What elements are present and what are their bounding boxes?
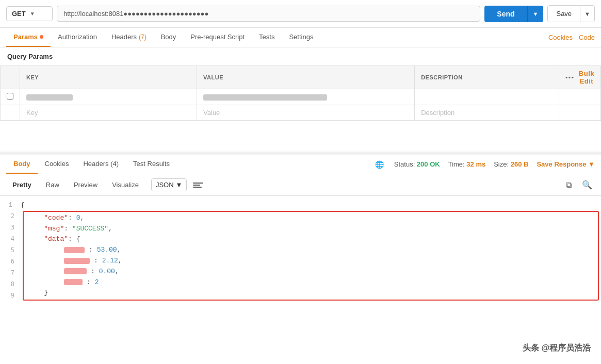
response-tab-cookies-label: Cookies bbox=[45, 160, 69, 168]
row2-value[interactable]: Value bbox=[197, 105, 415, 121]
response-tab-headers-label: Headers (4) bbox=[83, 160, 119, 168]
format-tab-pretty[interactable]: Pretty bbox=[6, 178, 38, 191]
status-label: Status: 200 OK bbox=[394, 160, 440, 168]
query-params-title: Query Params bbox=[0, 47, 601, 65]
save-response-button[interactable]: Save Response ▼ bbox=[537, 160, 595, 168]
globe-icon: 🌐 bbox=[375, 160, 384, 169]
line-content-7: : 0.00, bbox=[28, 267, 594, 277]
line-num-1: 1 bbox=[0, 200, 21, 210]
json-format-selector[interactable]: JSON ▼ bbox=[151, 178, 187, 191]
row2-key-placeholder: Key bbox=[26, 109, 38, 117]
blurred-key-5 bbox=[64, 247, 85, 253]
wrap-lines-icon bbox=[193, 181, 203, 189]
row2-desc[interactable]: Description bbox=[415, 105, 559, 121]
tabs-right-links: Cookies Code bbox=[548, 34, 595, 41]
row1-checkbox-cell bbox=[1, 89, 20, 105]
tab-authorization[interactable]: Authorization bbox=[51, 28, 104, 47]
tab-params[interactable]: Params bbox=[6, 28, 51, 47]
send-dropdown-button[interactable]: ▼ bbox=[527, 6, 544, 22]
code-line-3: "msg": "SUCCESS", bbox=[24, 224, 598, 235]
response-tab-test-results-label: Test Results bbox=[133, 160, 170, 168]
top-bar: GET ▼ Send ▼ Save ▼ bbox=[0, 0, 601, 28]
row2-desc-placeholder: Description bbox=[421, 109, 454, 117]
spacer bbox=[0, 121, 601, 152]
row1-action bbox=[559, 89, 601, 105]
row1-checkbox[interactable] bbox=[7, 93, 13, 100]
tab-settings-label: Settings bbox=[289, 33, 313, 41]
tab-authorization-label: Authorization bbox=[58, 33, 97, 41]
response-tab-body[interactable]: Body bbox=[6, 155, 38, 174]
response-tabs-bar: Body Cookies Headers (4) Test Results 🌐 … bbox=[0, 155, 601, 174]
method-select[interactable]: GET ▼ bbox=[6, 6, 53, 21]
more-options-icon[interactable]: ••• bbox=[565, 74, 575, 80]
tab-settings[interactable]: Settings bbox=[282, 28, 320, 47]
bulk-edit-link[interactable]: Bulk Edit bbox=[579, 70, 594, 85]
blurred-key-6 bbox=[64, 258, 90, 264]
format-tab-visualize[interactable]: Visualize bbox=[106, 178, 145, 191]
format-tab-preview[interactable]: Preview bbox=[68, 178, 104, 191]
code-link[interactable]: Code bbox=[579, 34, 595, 41]
tab-body[interactable]: Body bbox=[154, 28, 184, 47]
tab-prerequest[interactable]: Pre-request Script bbox=[183, 28, 252, 47]
response-status-bar: 🌐 Status: 200 OK Time: 32 ms Size: 260 B… bbox=[375, 160, 595, 169]
json-chevron-icon: ▼ bbox=[176, 181, 183, 189]
tab-headers[interactable]: Headers (7) bbox=[104, 28, 154, 47]
code-line-6: : 2.12, bbox=[24, 256, 598, 267]
response-tab-headers[interactable]: Headers (4) bbox=[76, 155, 126, 174]
tab-params-label: Params bbox=[13, 33, 38, 41]
tab-headers-label: Headers bbox=[111, 33, 137, 41]
url-input[interactable] bbox=[57, 6, 480, 22]
row1-desc bbox=[415, 89, 559, 105]
line-nums-overlay: 2 3 4 5 6 7 8 9 bbox=[0, 211, 23, 302]
save-button[interactable]: Save bbox=[548, 6, 580, 22]
search-icon[interactable]: 🔍 bbox=[579, 178, 595, 191]
send-button[interactable]: Send bbox=[484, 6, 527, 22]
response-tab-test-results[interactable]: Test Results bbox=[126, 155, 177, 174]
th-checkbox bbox=[1, 66, 20, 89]
code-line-1: 1 { bbox=[0, 200, 601, 211]
method-label: GET bbox=[12, 10, 26, 18]
headers-badge: (7) bbox=[139, 34, 147, 41]
blurred-key-7 bbox=[64, 268, 87, 274]
row1-key[interactable] bbox=[20, 89, 197, 105]
format-bar: Pretty Raw Preview Visualize JSON ▼ ⧉ 🔍 bbox=[0, 174, 601, 196]
cookies-link[interactable]: Cookies bbox=[548, 34, 573, 41]
th-actions: ••• Bulk Edit bbox=[559, 66, 601, 89]
row2-action bbox=[559, 105, 601, 121]
code-line-7: : 0.00, bbox=[24, 267, 598, 277]
save-dropdown-button[interactable]: ▼ bbox=[580, 6, 594, 22]
response-tab-cookies[interactable]: Cookies bbox=[38, 155, 76, 174]
tab-tests[interactable]: Tests bbox=[252, 28, 282, 47]
highlighted-block-wrapper: "code": 0, "msg": "SUCCESS", "data": { bbox=[0, 211, 601, 301]
row2-value-placeholder: Value bbox=[203, 109, 220, 117]
response-tab-body-label: Body bbox=[13, 160, 30, 168]
json-format-label: JSON bbox=[156, 181, 174, 189]
highlighted-block: "code": 0, "msg": "SUCCESS", "data": { bbox=[23, 211, 599, 301]
save-btn-group: Save ▼ bbox=[547, 5, 595, 22]
table-row bbox=[1, 89, 601, 105]
row2-key[interactable]: Key bbox=[20, 105, 197, 121]
format-bar-right: ⧉ 🔍 bbox=[563, 178, 595, 191]
wrap-icon-btn[interactable] bbox=[193, 181, 203, 189]
send-btn-group: Send ▼ bbox=[484, 6, 543, 22]
size-value: 260 B bbox=[511, 160, 529, 168]
copy-icon[interactable]: ⧉ bbox=[563, 179, 574, 191]
time-label: Time: 32 ms bbox=[448, 160, 486, 168]
code-line-8: : 2 bbox=[24, 277, 598, 288]
table-row-empty: Key Value Description bbox=[1, 105, 601, 121]
row1-value[interactable] bbox=[197, 89, 415, 105]
line-content-4: "data": { bbox=[28, 234, 594, 245]
tab-tests-label: Tests bbox=[259, 33, 274, 41]
code-line-5: : 53.00, bbox=[24, 245, 598, 256]
th-description: DESCRIPTION bbox=[415, 66, 559, 89]
line-content-1: { bbox=[21, 200, 601, 211]
tab-prerequest-label: Pre-request Script bbox=[190, 33, 245, 41]
time-value: 32 ms bbox=[466, 160, 485, 168]
format-tab-raw[interactable]: Raw bbox=[40, 178, 66, 191]
line-content-3: "msg": "SUCCESS", bbox=[28, 224, 594, 235]
status-value: 200 OK bbox=[417, 160, 440, 168]
params-table: KEY VALUE DESCRIPTION ••• Bulk Edit bbox=[0, 65, 601, 121]
line-content-8: : 2 bbox=[28, 277, 594, 288]
line-content-9: } bbox=[28, 288, 594, 299]
params-dot-icon bbox=[40, 35, 43, 39]
